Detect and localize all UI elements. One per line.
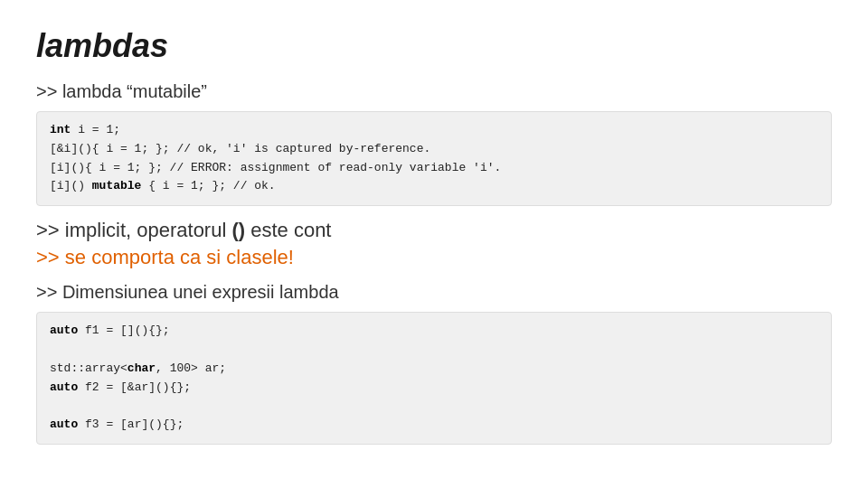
paren-symbol: ()	[231, 219, 245, 241]
section3-heading: >> Dimensiunea unei expresii lambda	[36, 282, 832, 303]
implicit-prefix: >> implicit, operatorul	[36, 219, 231, 241]
implicit-suffix: este cont	[245, 219, 331, 241]
code-block-2: auto f1 = [](){}; std::array<char, 100> …	[36, 312, 832, 445]
implicit-line: >> implicit, operatorul () este cont	[36, 219, 832, 242]
orange-line: >> se comporta ca si clasele!	[36, 246, 832, 269]
code-block-1: int i = 1; [&i](){ i = 1; }; // ok, 'i' …	[36, 111, 832, 206]
page-title: lambdas	[36, 27, 832, 65]
section1-heading: >> lambda “mutabile”	[36, 81, 832, 102]
